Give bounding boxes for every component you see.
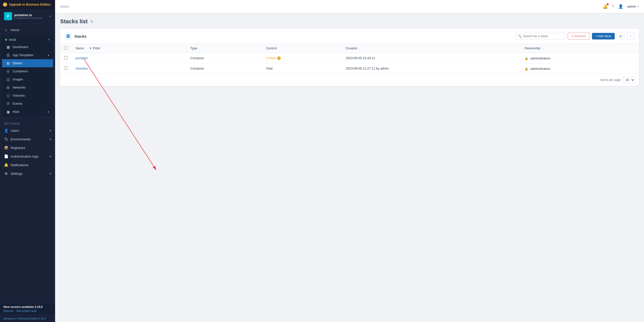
row-showdoc-checkbox[interactable] — [64, 67, 67, 70]
users-chevron-icon: ▾ — [50, 129, 51, 132]
sidebar-item-registries-label: Registries — [11, 146, 25, 150]
sidebar-item-events[interactable]: ⏱ Events — [2, 100, 53, 108]
sidebar: Upgrade to Business Edition P portainer.… — [0, 0, 55, 322]
name-filter-button[interactable]: ▼ Filter — [89, 47, 100, 50]
page-title: Stacks list — [60, 18, 88, 25]
row-showdoc-name-cell: showdoc — [71, 63, 186, 74]
th-name: Name ↕ ▼ Filter — [71, 44, 186, 53]
sidebar-item-containers[interactable]: ⊙ Containers — [2, 67, 53, 75]
upgrade-icon — [3, 3, 7, 7]
sidebar-item-stacks-label: Stacks — [13, 61, 22, 65]
th-created-label: Created — [346, 47, 357, 50]
search-input[interactable] — [523, 34, 563, 38]
env-header[interactable]: local ✕ — [2, 36, 53, 43]
sidebar-item-home[interactable]: ⌂ Home — [0, 26, 55, 34]
filter-icon: ▼ — [89, 47, 92, 50]
refresh-icon[interactable]: ↻ — [90, 19, 93, 24]
env-close-icon[interactable]: ✕ — [47, 38, 50, 41]
svg-rect-0 — [67, 35, 70, 35]
name-sort-icon[interactable]: ↕ — [86, 47, 87, 50]
items-per-page-select[interactable]: 10 25 50 — [623, 77, 635, 83]
upgrade-label: Upgrade to Business Edition — [9, 3, 51, 6]
env-section: local ✕ ▦ Dashboard ☰ App Templates ▾ — [2, 35, 53, 117]
sidebar-item-users-label: Users — [11, 129, 19, 133]
sidebar-item-events-label: Events — [13, 102, 22, 105]
sidebar-item-settings-label: Settings — [11, 172, 22, 176]
user-area[interactable]: admin ▾ — [627, 5, 639, 8]
settings-chevron-icon: ▾ — [50, 172, 51, 175]
logo-edition: COMMUNITY EDITION — [14, 17, 42, 19]
user-chevron-icon: ▾ — [638, 5, 639, 8]
sidebar-item-app-templates[interactable]: ☰ App Templates ▾ — [2, 51, 53, 59]
search-icon: 🔍 — [518, 34, 522, 38]
add-stack-button[interactable]: + Add stack — [592, 33, 615, 39]
ownership-sort-icon[interactable]: ↕ — [542, 48, 543, 50]
sidebar-item-auth-logs[interactable]: 📄 Authentication logs ▾ — [0, 152, 55, 161]
events-icon: ⏱ — [6, 102, 10, 106]
sidebar-item-networks-label: Networks — [13, 86, 26, 89]
sidebar-item-app-templates-label: App Templates — [13, 53, 33, 57]
table-footer: Items per page 10 25 50 — [60, 74, 639, 86]
portainer-created-value: 2023-09-05 21:43:11 — [346, 56, 375, 60]
see-whats-new-link[interactable]: See what's new — [16, 309, 36, 312]
settings-icon: ⚙ — [4, 171, 8, 176]
showdoc-created-value: 2023-09-06 11:27:11 by admin — [346, 67, 389, 70]
type-sort-icon[interactable]: ↕ — [199, 48, 200, 50]
portainer-stack-link[interactable]: portainer — [76, 56, 88, 60]
more-options-button[interactable]: ⋮ — [626, 32, 634, 40]
sidebar-item-images-label: Images — [13, 78, 23, 81]
sidebar-item-registries[interactable]: 📦 Registries — [0, 143, 55, 152]
sidebar-item-users[interactable]: 👤 Users ▾ — [0, 126, 55, 135]
sidebar-item-volumes[interactable]: ⬡ Volumes — [2, 92, 53, 100]
row-portainer-control-cell: Limited ! — [262, 53, 342, 63]
svg-rect-2 — [67, 37, 70, 38]
table-row: portainer Compose Limited ! — [60, 53, 639, 63]
notification-area[interactable]: 🔔 — [603, 4, 608, 9]
card-header: Stacks 🔍 ✕ Remove + Add stack ⊞ ⋮ — [60, 29, 639, 44]
showdoc-control-value: Total — [266, 67, 273, 70]
dismiss-version-link[interactable]: Dismiss — [4, 309, 14, 312]
sidebar-item-networks[interactable]: ⊟ Networks — [2, 83, 53, 92]
sidebar-item-auth-logs-label: Authentication logs — [11, 155, 38, 158]
user-profile-icon[interactable]: 👤 — [618, 4, 623, 9]
auth-logs-chevron-icon: ▾ — [50, 155, 51, 158]
home-icon: ⌂ — [4, 28, 8, 32]
sidebar-item-images[interactable]: ◫ Images — [2, 75, 53, 83]
app-templates-icon: ☰ — [6, 53, 10, 57]
filter-label: Filter — [93, 47, 100, 50]
th-type-label: Type — [190, 47, 197, 50]
upgrade-bar[interactable]: Upgrade to Business Edition — [0, 0, 55, 9]
breadcrumb: Stacks — [60, 5, 69, 8]
sidebar-item-dashboard[interactable]: ▦ Dashboard — [2, 43, 53, 51]
select-all-checkbox[interactable] — [64, 46, 67, 50]
warning-icon: ! — [277, 56, 281, 60]
row-portainer-created-cell: 2023-09-05 21:43:11 — [342, 53, 521, 63]
version-banner: New version available 2.19.0 Dismiss See… — [0, 303, 55, 315]
sidebar-item-settings[interactable]: ⚙ Settings ▾ — [0, 169, 55, 178]
showdoc-stack-link[interactable]: showdoc — [76, 67, 88, 70]
row-portainer-checkbox[interactable] — [64, 56, 67, 59]
card-title-area: Stacks — [65, 33, 86, 40]
collapse-sidebar-button[interactable]: « — [49, 14, 51, 18]
page-title-row: Stacks list ↻ — [60, 18, 639, 25]
sidebar-item-host[interactable]: ▣ Host ▾ — [2, 108, 53, 116]
users-icon: 👤 — [4, 128, 8, 133]
dashboard-icon: ▦ — [6, 45, 10, 49]
row-portainer-checkbox-cell — [60, 53, 71, 63]
help-icon[interactable]: ? — [612, 4, 614, 9]
search-box[interactable]: 🔍 — [515, 33, 566, 39]
row-portainer-name-cell: portainer — [71, 53, 186, 63]
portainer-ownership-value: administrators — [531, 57, 551, 60]
layout-toggle-button[interactable]: ⊞ — [617, 32, 624, 40]
th-type: Type ↕ — [186, 44, 262, 53]
remove-button[interactable]: ✕ Remove — [568, 33, 590, 40]
stacks-table-wrapper: Name ↕ ▼ Filter Type — [60, 44, 639, 74]
portainer-logo-icon: P — [4, 12, 12, 20]
card-actions: 🔍 ✕ Remove + Add stack ⊞ ⋮ — [515, 32, 634, 40]
version-title: New version available 2.19.0 — [4, 305, 52, 308]
sidebar-item-environments[interactable]: 🔌 Environments ▾ — [0, 135, 55, 143]
row-showdoc-type-cell: Compose — [186, 63, 262, 74]
sidebar-item-stacks[interactable]: ⊞ Stacks — [2, 59, 53, 67]
sidebar-item-notifications[interactable]: 🔔 Notifications — [0, 161, 55, 169]
created-sort-icon[interactable]: ↕ — [359, 48, 360, 50]
